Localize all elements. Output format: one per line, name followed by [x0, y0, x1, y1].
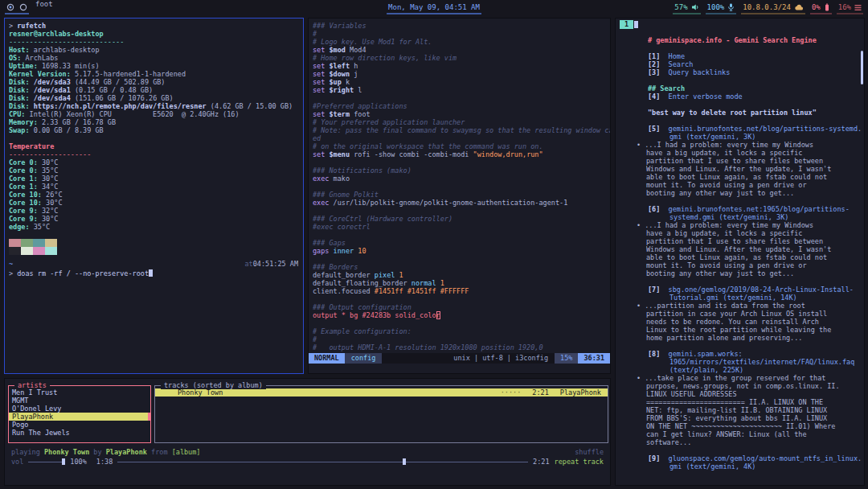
clock: Mon, May 09, 04:51 AM — [387, 0, 481, 14]
text-line: output * bg #24283b solid_color — [313, 311, 610, 319]
total-time: 2:21 — [533, 458, 549, 466]
text-line — [313, 183, 610, 191]
fetch-output: > rufetchresner@archlabs-desktop--------… — [9, 22, 303, 231]
text-line — [313, 231, 610, 239]
text-line: Host: archlabs-desktop — [9, 46, 303, 54]
artist-item[interactable]: Men I Trust — [9, 388, 150, 397]
text-line: able to boot Linux again, as fstab could… — [646, 173, 864, 181]
workspace-icon[interactable] — [19, 3, 27, 11]
text-line: Windows and Linux. After the update, I w… — [646, 165, 864, 173]
volume-label: vol — [11, 458, 23, 466]
shuffle-flag[interactable]: shuffle — [575, 448, 604, 456]
text-line: ### Gnome Polkit — [313, 191, 610, 199]
current-path: ~ — [9, 260, 13, 268]
track-item-selected[interactable]: Phonky Town ····· 2:21 PlayaPhonk — [155, 388, 608, 397]
text-line: ### Gaps — [313, 239, 610, 247]
artist-item[interactable]: PlayaPhonk — [9, 413, 150, 421]
text-line: ed — [313, 134, 610, 142]
text-line: Disk: /dev/sda1 (0.15 GB / 0.48 GB) — [9, 86, 303, 94]
gemini-link-line[interactable]: [1] Home — [648, 52, 864, 60]
text-line: software... — [646, 438, 864, 446]
artist-item[interactable]: MGMT — [9, 397, 150, 405]
volume-handle[interactable] — [62, 458, 65, 465]
text-line — [635, 342, 864, 350]
text-line: booting any other way just to get... — [646, 269, 864, 277]
artist-item[interactable]: O'Donel Levy — [9, 405, 150, 413]
text-line — [9, 134, 303, 142]
gemini-link-line[interactable]: [9] gluonspace.com/gemlog/auto-mount_ntf… — [648, 454, 864, 462]
speaker-icon — [691, 3, 699, 11]
text-line: partition that I use to share files betw… — [646, 157, 864, 165]
gemini-link-line[interactable]: [2] Search — [648, 60, 864, 68]
seek-handle[interactable] — [403, 458, 406, 465]
text-line: default_border pixel 1 — [313, 271, 610, 279]
text-line: set $up k — [313, 78, 610, 86]
gemini-link-line[interactable]: [6] gemini.brunofontes.net:1965/blog/par… — [648, 205, 864, 213]
text-line — [635, 76, 864, 84]
workspace-indicators[interactable] — [5, 0, 29, 14]
artist-item[interactable]: Pogo — [9, 421, 150, 429]
browser-tab[interactable]: 1 — [620, 20, 633, 29]
track-title: Phonky Town — [155, 388, 223, 397]
scrollbar[interactable] — [861, 51, 863, 84]
artist-item[interactable]: Run The Jewels — [9, 429, 150, 437]
text-line: have a big update, it locks a specific — [646, 149, 864, 157]
network-status: 10.8.0.3/24 — [741, 0, 805, 14]
text-line — [313, 158, 610, 166]
text-line: gaps inner 10 — [313, 247, 610, 255]
command-input-line[interactable]: > doas rm -rf / --no-preserve-root — [9, 269, 303, 277]
repeat-mode[interactable]: repeat track — [555, 458, 604, 466]
text-line: # — [313, 30, 610, 38]
text-line — [313, 207, 610, 215]
gemini-link-line[interactable]: [4] Enter verbose mode — [648, 92, 864, 101]
gemini-link-line[interactable]: [7] sbg.one/gemlog/2019/08-24-Arch-Linux… — [648, 286, 864, 294]
workspace-active-icon[interactable] — [6, 3, 14, 11]
text-line: ON THE NET ~~~~~~~~~~~~~~~~~~~~~~ II.01)… — [646, 422, 864, 430]
text-line: FROM BBS'S: everything about bbs II.A. L… — [646, 414, 864, 422]
battery-status: 0% — [810, 0, 832, 14]
text-line: # Note: pass the final command to swayms… — [313, 126, 610, 134]
text-line: Linux to the root partition while leavin… — [646, 326, 864, 334]
text-line: Core 1: 30°C — [9, 175, 303, 183]
scroll-percent: 15% — [555, 353, 578, 364]
prompt-symbol: > — [9, 269, 17, 277]
text-line: ======================== II.A. LINUX ON … — [646, 398, 864, 406]
text-line: 1965/mirrors/textfiles/internet/FAQ/linu… — [669, 358, 864, 366]
text-line: # Logo key. Use Mod1 for Alt. — [313, 38, 610, 46]
text-line: gmi (text/gemini, 3K) — [669, 133, 864, 141]
gemini-page-content: # geminispace.info - Gemini Search Engin… — [616, 30, 864, 471]
text-line: > rufetch — [9, 22, 303, 30]
text-line: • ...I had a problem: every time my Wind… — [637, 221, 864, 229]
text-line: # — [313, 335, 610, 343]
text-line: # Home row direction keys, like vim — [313, 54, 610, 62]
text-line: can I get linux? ANSWER: Linux (all the — [646, 430, 864, 438]
artists-pane: artists Men I TrustMGMTO'Donel LevyPlaya… — [8, 385, 151, 443]
text-line: client.focused #1451ff #1451ff #FFFFFF — [313, 287, 610, 295]
text-line: have a big update, it locks a specific — [646, 229, 864, 237]
text-line — [635, 197, 864, 205]
text-line: Core 0: 30°C — [9, 158, 303, 166]
text-line: • ...take place in the group reserved fo… — [637, 374, 864, 382]
prompt-path-line: ~ at04:51:25 AM — [9, 260, 303, 268]
palette-swatch — [33, 247, 45, 255]
gemini-link-line[interactable]: [3] Query backlinks — [648, 68, 864, 76]
volume-slider[interactable] — [28, 462, 65, 462]
editor-buffer[interactable]: ### Variables## Logo key. Use Mod1 for A… — [309, 18, 610, 353]
mic-status: 100% — [706, 0, 737, 14]
text-line: resner@archlabs-desktop — [9, 30, 303, 38]
text-line — [635, 101, 864, 109]
gemini-link-line[interactable]: [5] gemini.brunofontes.net/blog/partitio… — [648, 125, 864, 133]
text-line: partition that I use to share files betw… — [646, 237, 864, 245]
text-line: Disk: /dev/sda4 (151.06 GB / 1076.26 GB) — [9, 94, 303, 102]
gemini-link-line[interactable]: [8] gemini.spam.works: — [648, 350, 864, 358]
focused-window-title: foot — [35, 0, 53, 14]
text-line: Core 9: 32°C — [9, 207, 303, 215]
text-line: Swap: 0.00 GB / 8.39 GB — [9, 126, 303, 134]
seek-slider[interactable] — [117, 462, 528, 462]
text-line: ### CoreCtrl (Hardware controller) — [313, 215, 610, 223]
clock-container: Mon, May 09, 04:51 AM — [387, 0, 481, 14]
track-meta: ····· 2:21 PlayaPhonk — [501, 388, 608, 397]
text-line — [313, 319, 610, 327]
text-line: "best way to delete root partition linux… — [648, 109, 864, 117]
text-line: edge: 35°C — [9, 223, 303, 231]
